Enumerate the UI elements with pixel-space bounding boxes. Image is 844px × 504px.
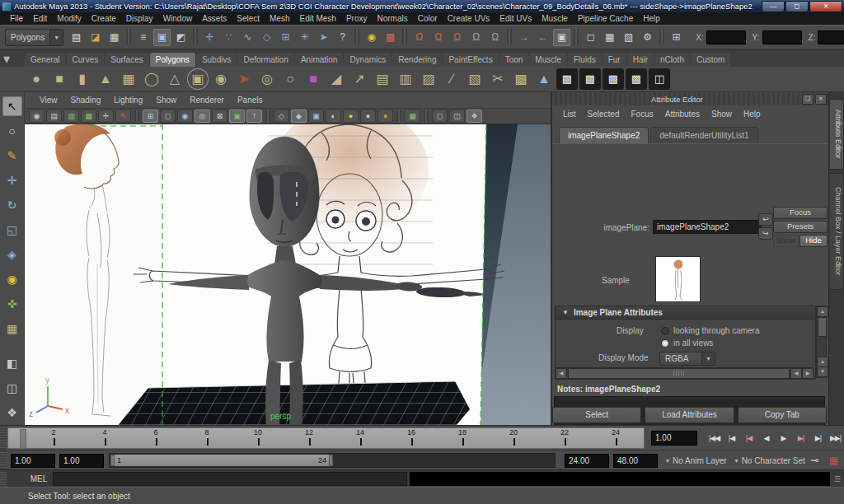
scrollbar-thumb[interactable] bbox=[568, 368, 790, 379]
field-chart-icon[interactable]: ⊠ bbox=[212, 110, 227, 123]
shelf-tab-curves[interactable]: Curves bbox=[67, 53, 105, 67]
shelf-tab-toon[interactable]: Toon bbox=[499, 53, 529, 67]
panel-menu-panels[interactable]: Panels bbox=[231, 96, 270, 105]
panel-menu-lighting[interactable]: Lighting bbox=[107, 96, 149, 105]
map-output-icon[interactable]: ↪ bbox=[758, 227, 773, 240]
time-ruler[interactable]: 24681012141618202224 bbox=[7, 427, 645, 449]
sculpt-geometry-icon[interactable]: ➤ bbox=[233, 68, 255, 90]
poly-combine-icon[interactable]: ▥ bbox=[395, 68, 416, 90]
tab-imageplaneshape2[interactable]: imagePlaneShape2 bbox=[559, 127, 649, 143]
select-button[interactable]: Select bbox=[552, 407, 641, 423]
scroll-right-icon[interactable]: ▶ bbox=[802, 368, 814, 379]
menu-file[interactable]: File bbox=[5, 14, 28, 23]
dock-icon[interactable]: ❏ bbox=[802, 94, 814, 105]
tab-defaultrenderutilitylist1[interactable]: defaultRenderUtilityList1 bbox=[650, 127, 757, 143]
use-all-lights-icon[interactable]: ● bbox=[343, 110, 359, 123]
radio-looking-through-camera[interactable] bbox=[661, 327, 669, 335]
poly-bevel-icon[interactable]: ◢ bbox=[326, 68, 347, 90]
2d-pan-zoom-icon[interactable]: ✛ bbox=[98, 110, 114, 123]
poly-pipe-icon[interactable]: ▣ bbox=[187, 68, 209, 90]
current-time-field[interactable]: 1.00 bbox=[651, 431, 697, 446]
select-surfaces-mask-icon[interactable]: ◇ bbox=[258, 29, 275, 46]
ae-menu-attributes[interactable]: Attributes bbox=[659, 110, 706, 119]
menu-normals[interactable]: Normals bbox=[373, 14, 413, 23]
poly-boolean-icon[interactable]: ■ bbox=[302, 68, 324, 90]
poly-cone-icon[interactable]: ▲ bbox=[95, 68, 116, 90]
viewport-canvas[interactable]: persp y z x bbox=[25, 124, 551, 427]
exposure-icon[interactable]: ❖ bbox=[467, 110, 482, 123]
menu-create[interactable]: Create bbox=[87, 14, 121, 23]
select-curves-mask-icon[interactable]: ∿ bbox=[239, 29, 256, 46]
command-line-language-label[interactable]: MEL bbox=[25, 474, 53, 483]
vertical-scrollbar[interactable]: ▲ ▲ ▼ bbox=[816, 306, 827, 378]
poly-cylinder-icon[interactable]: ▮ bbox=[72, 68, 93, 90]
xray-joints-icon[interactable]: ◫ bbox=[449, 110, 465, 123]
shelf-tab-general[interactable]: General bbox=[25, 53, 66, 67]
grease-pencil-icon[interactable]: ✎ bbox=[115, 110, 131, 123]
menu-select[interactable]: Select bbox=[232, 14, 265, 23]
go-to-start-button[interactable]: |◀◀ bbox=[706, 429, 723, 447]
shelf-tab-painteffects[interactable]: PaintEffects bbox=[443, 53, 498, 67]
panel-menu-show[interactable]: Show bbox=[149, 96, 183, 105]
shelf-tab-custom[interactable]: Custom bbox=[691, 53, 730, 67]
drag-handle[interactable] bbox=[0, 426, 7, 450]
menu-modify[interactable]: Modify bbox=[52, 14, 86, 23]
snap-to-curves-icon[interactable]: Ω bbox=[429, 29, 447, 46]
poly-torus-icon[interactable]: ◯ bbox=[141, 68, 162, 90]
shelf-tab-subdivs[interactable]: Subdivs bbox=[196, 53, 237, 67]
layout-single-pane-icon[interactable]: ◧ bbox=[2, 353, 22, 373]
poly-platonic-icon[interactable]: ◉ bbox=[210, 68, 232, 90]
isolate-select-icon[interactable]: ▩ bbox=[405, 110, 420, 123]
poly-duplicate-face-icon[interactable]: ▩ bbox=[510, 68, 532, 90]
image-plane-icon[interactable]: ▦ bbox=[81, 110, 96, 123]
render-current-frame-icon[interactable]: ▦ bbox=[601, 29, 618, 46]
shelf-tab-polygons[interactable]: Polygons bbox=[150, 53, 195, 67]
snap-to-points-icon[interactable]: Ω bbox=[448, 29, 466, 46]
menu-pipeline-cache[interactable]: Pipeline Cache bbox=[573, 14, 638, 23]
shelf-tab-dynamics[interactable]: Dynamics bbox=[344, 53, 392, 67]
load-attributes-button[interactable]: Load Attributes bbox=[645, 407, 734, 423]
construction-history-icon[interactable]: ▣ bbox=[553, 29, 570, 46]
poly-reduce-icon[interactable]: ○ bbox=[279, 68, 301, 90]
scrollbar-thumb[interactable] bbox=[818, 317, 827, 337]
horizontal-scrollbar[interactable]: ◀ ◀ ▶ bbox=[556, 367, 814, 379]
select-hierarchy-icon[interactable]: ≡ bbox=[134, 29, 152, 46]
hide-button[interactable]: Hide bbox=[799, 235, 828, 247]
soft-modification-tool[interactable]: ◉ bbox=[2, 269, 22, 289]
shelf-tab-muscle[interactable]: Muscle bbox=[529, 53, 567, 67]
last-tool-used[interactable]: ▦ bbox=[2, 319, 22, 338]
grid-icon[interactable]: ⊞ bbox=[143, 110, 158, 123]
auto-keyframe-icon[interactable]: ▦ bbox=[825, 452, 842, 469]
rotate-tool[interactable]: ↻ bbox=[2, 195, 22, 215]
select-dynamics-mask-icon[interactable]: ✳ bbox=[296, 29, 313, 46]
menu-mesh[interactable]: Mesh bbox=[265, 14, 294, 23]
universal-manipulator-tool[interactable]: ◈ bbox=[2, 245, 22, 264]
map-input-icon[interactable]: ↩ bbox=[758, 213, 773, 226]
panel-menu-shading[interactable]: Shading bbox=[64, 96, 108, 105]
playback-end-field[interactable]: 24.00 bbox=[565, 454, 609, 468]
image-plane-name-field[interactable]: imagePlaneShape2 bbox=[653, 220, 762, 234]
x-input[interactable] bbox=[706, 30, 746, 44]
shelf-tab-deformation[interactable]: Deformation bbox=[237, 53, 293, 67]
shelf-tab-fur[interactable]: Fur bbox=[603, 53, 626, 67]
shelf-tab-fluids[interactable]: Fluids bbox=[568, 53, 602, 67]
uv-automatic-mapping-icon[interactable]: ▩ bbox=[556, 68, 578, 90]
uv-cylindrical-mapping-icon[interactable]: ▩ bbox=[603, 68, 624, 90]
default-lighting-icon[interactable]: ● bbox=[360, 110, 376, 123]
planar-projection-icon[interactable]: ▲ bbox=[533, 68, 555, 90]
animation-end-field[interactable]: 48.00 bbox=[613, 454, 658, 468]
new-scene-icon[interactable]: ▤ bbox=[68, 29, 85, 46]
ae-menu-list[interactable]: List bbox=[557, 110, 582, 119]
select-handles-mask-icon[interactable]: ✛ bbox=[201, 29, 218, 46]
camera-bookmarks-icon[interactable]: ▥ bbox=[63, 110, 79, 123]
camera-attributes-icon[interactable]: ▤ bbox=[46, 110, 62, 123]
ae-menu-help[interactable]: Help bbox=[738, 110, 767, 119]
script-editor-icon[interactable]: ☰ bbox=[832, 475, 842, 483]
copy-tab-button[interactable]: Copy Tab bbox=[738, 407, 827, 423]
select-rendering-mask-icon[interactable]: ➤ bbox=[315, 29, 332, 46]
menu-edit[interactable]: Edit bbox=[28, 14, 52, 23]
lasso-select-tool[interactable]: ○ bbox=[2, 121, 22, 141]
menu-window[interactable]: Window bbox=[158, 14, 198, 23]
gate-mask-icon[interactable]: ◎ bbox=[195, 110, 210, 123]
drag-handle[interactable] bbox=[0, 450, 7, 470]
